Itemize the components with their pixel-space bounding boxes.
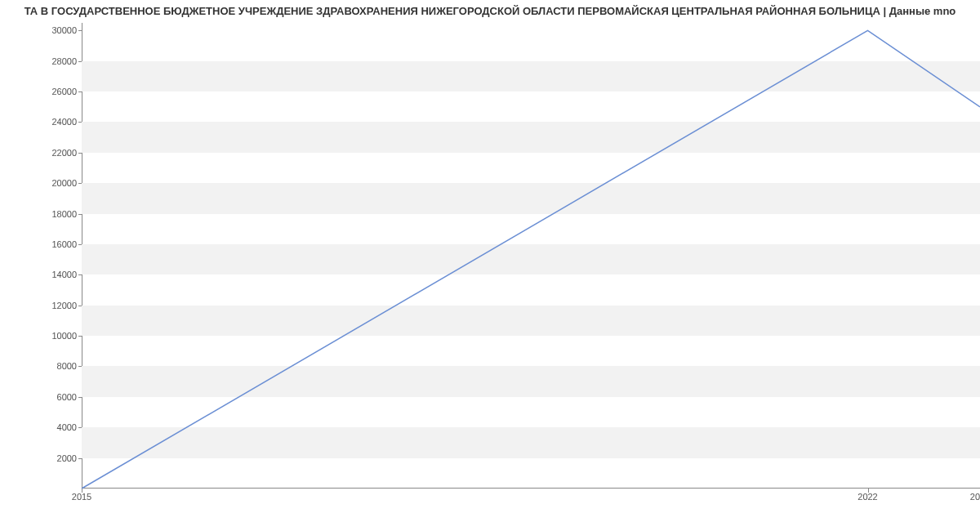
y-tick-label: 24000 bbox=[28, 117, 77, 127]
y-tick-mark bbox=[78, 153, 82, 154]
y-tick-mark bbox=[78, 458, 82, 459]
y-tick-mark bbox=[78, 274, 82, 275]
y-tick-label: 6000 bbox=[28, 392, 77, 402]
y-tick-label: 28000 bbox=[28, 56, 77, 66]
y-tick-label: 22000 bbox=[28, 148, 77, 158]
y-tick-label: 16000 bbox=[28, 239, 77, 249]
y-tick-label: 26000 bbox=[28, 87, 77, 96]
y-tick-label: 2000 bbox=[28, 453, 77, 463]
x-tick-label: 2015 bbox=[72, 492, 91, 502]
y-tick-mark bbox=[78, 427, 82, 428]
x-tick-label: 2023 bbox=[970, 492, 980, 502]
y-tick-label: 20000 bbox=[28, 178, 77, 188]
y-tick-label: 4000 bbox=[28, 422, 77, 432]
y-tick-mark bbox=[78, 306, 82, 306]
y-tick-mark bbox=[78, 397, 82, 398]
chart-container: ТА В ГОСУДАРСТВЕННОЕ БЮДЖЕТНОЕ УЧРЕЖДЕНИ… bbox=[0, 0, 980, 531]
y-tick-mark bbox=[78, 214, 82, 215]
y-tick-mark bbox=[78, 336, 82, 337]
y-tick-mark bbox=[78, 183, 82, 184]
plot-area bbox=[82, 23, 980, 489]
y-tick-mark bbox=[78, 244, 82, 245]
y-tick-mark bbox=[78, 91, 82, 92]
y-tick-label: 10000 bbox=[28, 331, 77, 341]
y-tick-label: 18000 bbox=[28, 209, 77, 219]
y-tick-mark bbox=[78, 61, 82, 62]
y-tick-label: 14000 bbox=[28, 270, 77, 279]
y-tick-label: 12000 bbox=[28, 301, 77, 310]
y-tick-label: 8000 bbox=[28, 361, 77, 371]
x-tick-label: 2022 bbox=[858, 492, 877, 502]
y-tick-mark bbox=[78, 122, 82, 123]
y-tick-mark bbox=[78, 366, 82, 367]
y-tick-label: 30000 bbox=[28, 25, 77, 35]
chart-title: ТА В ГОСУДАРСТВЕННОЕ БЮДЖЕТНОЕ УЧРЕЖДЕНИ… bbox=[0, 5, 980, 17]
line-layer bbox=[82, 23, 980, 489]
series-line bbox=[82, 30, 980, 489]
x-tick-mark bbox=[868, 489, 869, 493]
x-tick-mark bbox=[82, 489, 82, 493]
y-tick-mark bbox=[78, 30, 82, 31]
